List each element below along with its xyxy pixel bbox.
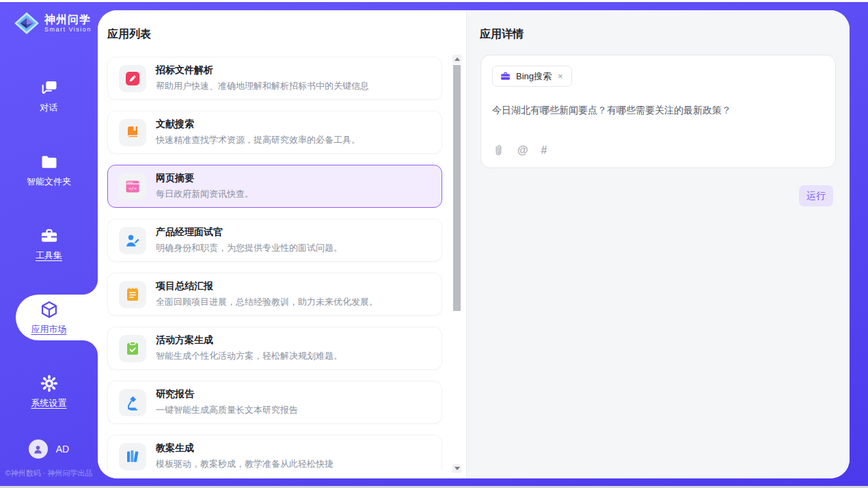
gem-logo-icon — [14, 12, 40, 35]
sidebar-item-gear[interactable]: 系统设置 — [0, 368, 98, 414]
app-description: 快速精准查找学术资源，提高研究效率的必备工具。 — [156, 134, 360, 146]
sidebar-item-chat[interactable]: 对话 — [0, 73, 98, 119]
app-title: 文献搜索 — [156, 118, 360, 131]
notepad-icon — [119, 281, 146, 308]
books-icon — [119, 443, 146, 470]
nav-label: 系统设置 — [31, 397, 67, 409]
triangle-down-icon — [455, 467, 460, 470]
app-title: 教案生成 — [156, 442, 334, 455]
app-detail-title: 应用详情 — [480, 27, 524, 42]
clipboard-icon — [119, 335, 146, 362]
app-card[interactable]: 项目总结汇报 全面回顾项目进展，总结经验教训，助力未来优化发展。 — [107, 273, 442, 316]
app-title: 研究报告 — [156, 388, 298, 401]
app-description: 帮助用户快速、准确地理解和解析招标书中的关键信息 — [156, 80, 369, 92]
svg-text:</>: </> — [128, 185, 137, 191]
book-icon — [119, 119, 146, 146]
attach-toolbar: @ # — [493, 144, 547, 157]
scroll-down-button[interactable] — [452, 464, 461, 473]
query-text[interactable]: 今日湖北有哪些新闻要点？有哪些需要关注的最新政策？ — [492, 105, 824, 117]
briefcase-icon — [500, 70, 511, 82]
close-icon[interactable]: × — [556, 70, 565, 82]
tool-tag-bing[interactable]: Bing搜索 × — [492, 66, 572, 87]
app-title: 项目总结汇报 — [156, 280, 378, 293]
sidebar: 神州问学 Smart Vision 对话 智能文件夹 工具集 应用市场 系统设置 — [0, 2, 98, 486]
content-area: 应用列表 招标文件解析 帮助用户快速、准确地理解和解析招标书中的关键信息 文献搜… — [98, 10, 850, 478]
app-title: 网页摘要 — [156, 172, 254, 185]
app-window: 神州问学 Smart Vision 对话 智能文件夹 工具集 应用市场 系统设置 — [0, 0, 868, 488]
nav-label: 智能文件夹 — [27, 176, 71, 188]
interview-icon — [119, 227, 146, 254]
browser-icon: </> — [119, 173, 146, 200]
nav-label: 工具集 — [36, 249, 62, 262]
app-title: 活动方案生成 — [156, 334, 342, 347]
report-icon — [119, 389, 146, 416]
prompt-card: Bing搜索 × 今日湖北有哪些新闻要点？有哪些需要关注的最新政策？ @ # — [480, 55, 836, 168]
app-description: 每日政府新闻资讯快查。 — [156, 188, 254, 200]
app-detail-panel: 应用详情 Bing搜索 × 今日湖北有哪些新闻要点？有哪些需要关注的最新政策？ — [466, 10, 850, 478]
hash-icon[interactable]: # — [541, 144, 547, 157]
app-description: 明确身份和职责，为您提供专业性的面试问题。 — [156, 242, 342, 254]
toolbox-icon — [40, 226, 59, 245]
sidebar-nav: 对话 智能文件夹 工具集 应用市场 系统设置 — [0, 73, 98, 414]
person-icon — [32, 444, 44, 455]
app-list-panel: 应用列表 招标文件解析 帮助用户快速、准确地理解和解析招标书中的关键信息 文献搜… — [98, 10, 466, 478]
folder-icon — [40, 152, 59, 172]
app-title: 产品经理面试官 — [156, 226, 342, 239]
app-card[interactable]: </> 网页摘要 每日政府新闻资讯快查。 — [107, 165, 442, 208]
pen-icon — [119, 65, 146, 92]
copyright-footer: ©神州数码 · 神州问学出品 — [0, 468, 98, 478]
run-button[interactable]: 运行 — [799, 185, 833, 206]
app-card[interactable]: 招标文件解析 帮助用户快速、准确地理解和解析招标书中的关键信息 — [107, 57, 442, 100]
sidebar-item-toolbox[interactable]: 工具集 — [0, 221, 98, 267]
tool-tag-label: Bing搜索 — [516, 70, 552, 83]
cube-icon — [40, 300, 59, 319]
brand-name: 神州问学 — [44, 14, 92, 26]
app-title: 招标文件解析 — [156, 64, 369, 77]
brand-subtitle: Smart Vision — [44, 26, 92, 33]
app-card[interactable]: 教案生成 模板驱动，教案秒成，教学准备从此轻松快捷 — [107, 435, 442, 470]
sidebar-item-folder[interactable]: 智能文件夹 — [0, 147, 98, 193]
app-card[interactable]: 活动方案生成 智能生成个性化活动方案，轻松解决规划难题。 — [107, 327, 442, 370]
app-list-title: 应用列表 — [107, 27, 151, 42]
triangle-up-icon — [455, 57, 460, 61]
scroll-up-button[interactable] — [452, 55, 461, 64]
paperclip-icon[interactable] — [493, 144, 504, 157]
nav-label: 应用市场 — [31, 323, 67, 336]
user-row[interactable]: AD — [0, 439, 98, 459]
avatar[interactable] — [29, 439, 48, 459]
sidebar-item-cube[interactable]: 应用市场 — [0, 295, 98, 340]
app-card[interactable]: 文献搜索 快速精准查找学术资源，提高研究效率的必备工具。 — [107, 111, 442, 154]
brand-logo: 神州问学 Smart Vision — [0, 2, 98, 35]
brand-text: 神州问学 Smart Vision — [44, 14, 92, 33]
app-description: 全面回顾项目进展，总结经验教训，助力未来优化发展。 — [156, 296, 378, 308]
nav-label: 对话 — [40, 102, 58, 114]
scrollbar[interactable] — [452, 55, 461, 473]
app-card[interactable]: 产品经理面试官 明确身份和职责，为您提供专业性的面试问题。 — [107, 219, 442, 262]
chat-icon — [40, 79, 59, 98]
user-initials: AD — [56, 444, 69, 455]
app-list: 招标文件解析 帮助用户快速、准确地理解和解析招标书中的关键信息 文献搜索 快速精… — [107, 52, 442, 470]
app-description: 智能生成个性化活动方案，轻松解决规划难题。 — [156, 350, 342, 362]
scrollbar-thumb[interactable] — [453, 65, 461, 311]
gear-icon — [40, 374, 59, 393]
at-icon[interactable]: @ — [517, 144, 528, 157]
app-card[interactable]: 研究报告 一键智能生成高质量长文本研究报告 — [107, 381, 442, 424]
app-description: 模板驱动，教案秒成，教学准备从此轻松快捷 — [156, 458, 334, 470]
app-description: 一键智能生成高质量长文本研究报告 — [156, 404, 298, 416]
